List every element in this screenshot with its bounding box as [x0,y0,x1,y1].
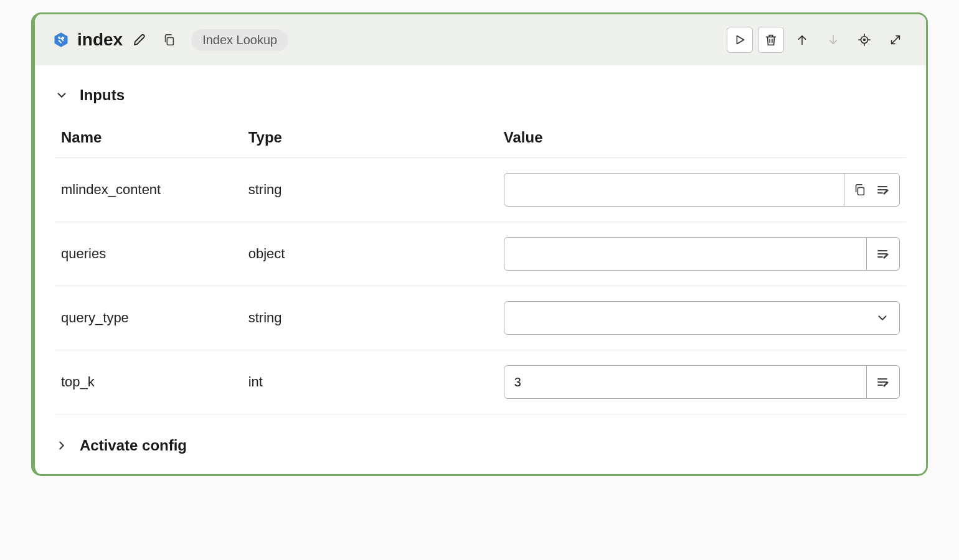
copy-button[interactable] [159,29,180,50]
chevron-down-icon [876,311,889,325]
table-row: query_type string [55,286,906,350]
edit-value-button[interactable] [876,375,890,390]
table-row: top_k int [55,350,906,414]
expand-button[interactable] [882,27,909,53]
value-input-topk[interactable] [504,365,867,399]
inputs-table: Name Type Value mlindex_content string [55,120,906,414]
input-type: string [242,286,498,350]
input-name: top_k [55,350,242,414]
input-type: string [242,158,498,222]
edit-value-button[interactable] [876,246,890,261]
value-input-mlindex[interactable] [504,173,844,207]
table-row: mlindex_content string [55,158,906,222]
value-input-suffix [867,237,900,271]
col-header-name: Name [55,120,242,158]
col-header-value: Value [498,120,906,158]
panel-header: index Index Lookup [35,14,926,65]
copy-value-button[interactable] [853,183,867,197]
run-button[interactable] [727,27,753,53]
activate-config-label: Activate config [80,437,187,454]
node-title: index [77,30,123,50]
value-input-suffix [844,173,900,207]
input-type: object [242,222,498,286]
edit-title-button[interactable] [129,29,150,50]
move-up-button[interactable] [789,27,815,53]
chevron-right-icon [55,439,68,452]
input-name: query_type [55,286,242,350]
chevron-down-icon [55,88,68,102]
value-input-queries[interactable] [504,237,867,271]
node-type-tag: Index Lookup [191,29,288,51]
node-panel: index Index Lookup [31,12,928,476]
value-input-suffix [867,365,900,399]
svg-rect-3 [857,187,864,195]
input-type: int [242,350,498,414]
input-name: mlindex_content [55,158,242,222]
inputs-section-toggle[interactable]: Inputs [35,80,926,120]
table-row: queries object [55,222,906,286]
move-down-button [820,27,846,53]
svg-rect-0 [167,37,173,45]
svg-point-2 [864,39,866,41]
tool-icon [52,31,70,49]
panel-body: Inputs Name Type Value mlindex_content s… [35,65,926,474]
value-select-querytype[interactable] [504,301,900,335]
delete-button[interactable] [758,27,784,53]
input-name: queries [55,222,242,286]
col-header-type: Type [242,120,498,158]
locate-button[interactable] [851,27,877,53]
edit-value-button[interactable] [876,182,890,197]
inputs-label: Inputs [80,86,125,104]
header-actions [727,27,909,53]
activate-config-toggle[interactable]: Activate config [35,426,926,459]
